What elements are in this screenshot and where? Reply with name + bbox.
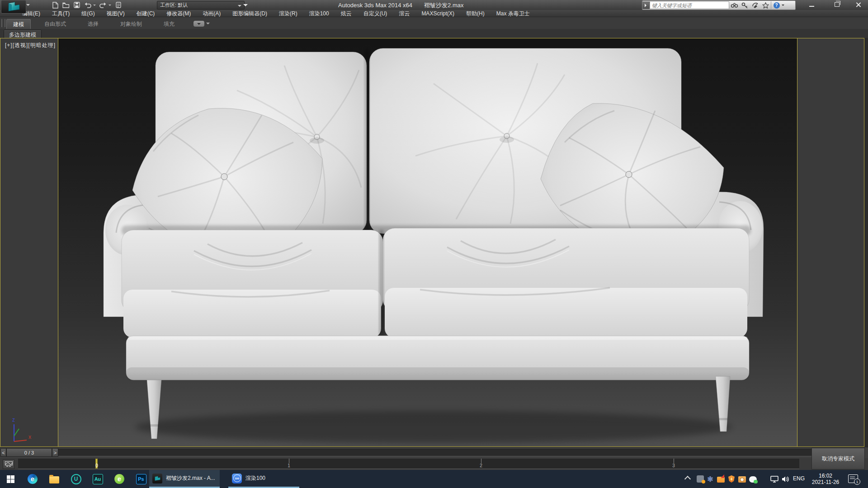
menu-item-views[interactable]: 视图(V) xyxy=(101,10,131,17)
taskbar-app-render100[interactable]: 100 渲染100 xyxy=(228,470,299,488)
workspace-switcher-icon[interactable] xyxy=(114,1,123,9)
menu-item-render100[interactable]: 渲染100 xyxy=(303,10,335,17)
volume-button[interactable] xyxy=(782,475,790,483)
help-button[interactable]: ? xyxy=(771,1,782,9)
taskbar-audition-button[interactable]: Au xyxy=(92,474,103,484)
taskbar-file-explorer-button[interactable] xyxy=(49,474,60,484)
search-input[interactable] xyxy=(650,1,729,9)
favorites-star-icon[interactable] xyxy=(760,1,771,9)
viewport[interactable]: [+][透视][明暗处理] xyxy=(0,38,864,447)
app-logo-button[interactable] xyxy=(1,0,26,14)
redo-icon[interactable] xyxy=(99,1,108,9)
workspace-dropdown[interactable]: 工作区: 默认 xyxy=(157,1,245,9)
speaker-icon xyxy=(782,476,790,483)
search-icon[interactable] xyxy=(729,1,740,9)
audition-icon: Au xyxy=(93,474,103,484)
tray-asterisk-button[interactable]: ✱ xyxy=(706,475,714,483)
clock-time: 16:02 xyxy=(807,473,844,479)
viewport-render-area[interactable] xyxy=(58,38,797,446)
close-icon xyxy=(856,2,861,7)
flag-folder-icon xyxy=(717,477,725,483)
qat-customize-button[interactable] xyxy=(241,2,250,8)
tray-recorder-button[interactable] xyxy=(696,475,704,483)
taskbar-app-label: 渲染100 xyxy=(245,474,265,482)
menu-item-animation[interactable]: 动画(A) xyxy=(197,10,226,17)
menu-item-rendering[interactable]: 渲染(R) xyxy=(273,10,303,17)
communication-center-icon[interactable] xyxy=(750,1,760,9)
previous-frame-button[interactable]: < xyxy=(0,448,6,457)
taskbar-edge-button[interactable]: e xyxy=(27,474,38,484)
open-file-icon[interactable] xyxy=(61,1,71,9)
cancel-expert-mode-button[interactable]: 取消专家模式 xyxy=(811,448,865,469)
time-slider-handle[interactable]: 0 / 3 xyxy=(6,448,52,457)
frame-label-0: 0 xyxy=(95,463,98,468)
menu-item-customize[interactable]: 自定义(U) xyxy=(358,10,393,17)
menu-item-group[interactable]: 组(G) xyxy=(75,10,100,17)
recorder-icon xyxy=(697,475,704,483)
taskbar-browser-button[interactable]: e xyxy=(114,474,125,484)
3dsmax-logo-icon xyxy=(6,2,21,12)
menu-item-help[interactable]: 帮助(H) xyxy=(460,10,491,17)
tray-folder-button[interactable] xyxy=(717,475,725,483)
notification-line xyxy=(850,479,855,479)
ribbon-options-caret-icon[interactable] xyxy=(206,23,210,26)
start-button[interactable] xyxy=(5,474,16,484)
new-file-icon[interactable] xyxy=(51,1,60,9)
viewport-label[interactable]: [+][透视][明暗处理] xyxy=(5,42,56,49)
photoshop-icon: Ps xyxy=(136,474,146,484)
tray-wechat-button[interactable] xyxy=(749,475,757,483)
uninstaller-icon: U xyxy=(71,474,81,484)
time-slider-track[interactable] xyxy=(0,449,864,456)
edge-icon: e xyxy=(28,474,38,484)
menu-item-maxscript[interactable]: MAXScript(X) xyxy=(415,10,460,17)
menu-item-create[interactable]: 创建(C) xyxy=(131,10,161,17)
menu-item-graph-editors[interactable]: 图形编辑器(D) xyxy=(226,10,273,17)
network-icon xyxy=(770,476,778,483)
ribbon-tab-modeling[interactable]: 建模 xyxy=(6,19,31,30)
ribbon-minimize-button[interactable] xyxy=(193,21,204,27)
close-button[interactable] xyxy=(852,0,865,9)
search-go-icon xyxy=(645,4,648,7)
ribbon-grip[interactable] xyxy=(1,19,5,27)
help-dropdown-caret[interactable] xyxy=(782,5,784,7)
taskbar-app-label: 褶皱沙发2.max - A... xyxy=(166,474,215,482)
taskbar-app-3dsmax[interactable]: 褶皱沙发2.max - A... xyxy=(149,470,220,488)
wechat-icon xyxy=(749,476,757,483)
taskbar-photoshop-button[interactable]: Ps xyxy=(136,474,146,484)
undo-dropdown-caret[interactable] xyxy=(93,5,96,7)
ribbon-tab-object-paint[interactable]: 对象绘制 xyxy=(114,19,148,29)
sign-in-key-icon[interactable] xyxy=(740,1,750,9)
taskbar-uninstaller-button[interactable]: U xyxy=(71,474,81,484)
sofa-3d-model xyxy=(58,38,797,446)
restore-icon xyxy=(835,2,840,7)
minimize-button[interactable] xyxy=(805,0,818,9)
network-button[interactable] xyxy=(770,475,778,483)
file-explorer-icon xyxy=(49,476,59,483)
quick-access-toolbar xyxy=(51,1,125,9)
action-center-button[interactable]: 1 xyxy=(848,474,858,483)
ribbon-tab-populate[interactable]: 填充 xyxy=(157,19,181,29)
menu-item-modifiers[interactable]: 修改器(M) xyxy=(160,10,197,17)
restore-button[interactable] xyxy=(830,0,844,9)
menu-item-tools[interactable]: 工具(T) xyxy=(46,10,75,17)
tray-shield-button[interactable] xyxy=(727,475,736,483)
redo-dropdown-caret[interactable] xyxy=(108,5,111,7)
undo-icon[interactable] xyxy=(83,1,92,9)
ribbon-tab-selection[interactable]: 选择 xyxy=(81,19,105,29)
app-title: Autodesk 3ds Max 2014 x64 xyxy=(338,2,412,9)
mini-curve-editor-button[interactable] xyxy=(3,460,14,469)
language-indicator[interactable]: ENG xyxy=(793,475,805,482)
menu-item-xuanyun[interactable]: 炫云 xyxy=(335,10,358,17)
logo-dropdown-caret[interactable] xyxy=(26,4,30,8)
search-go-button[interactable] xyxy=(642,1,650,9)
save-icon[interactable] xyxy=(72,1,81,9)
menu-bar: 编辑(E) 工具(T) 组(G) 视图(V) 创建(C) 修改器(M) 动画(A… xyxy=(0,10,868,17)
clock[interactable]: 16:02 2021-11-26 xyxy=(807,473,844,485)
tray-camera-button[interactable] xyxy=(738,475,746,483)
menu-item-antivirus[interactable]: Max 杀毒卫士 xyxy=(491,10,536,17)
next-frame-button[interactable]: > xyxy=(52,448,58,457)
menu-item-yanyun[interactable]: 渲云 xyxy=(393,10,415,17)
windows-logo-icon xyxy=(7,475,14,483)
ribbon-tab-freeform[interactable]: 自由形式 xyxy=(38,19,72,29)
track-bar-ruler[interactable] xyxy=(18,459,799,469)
